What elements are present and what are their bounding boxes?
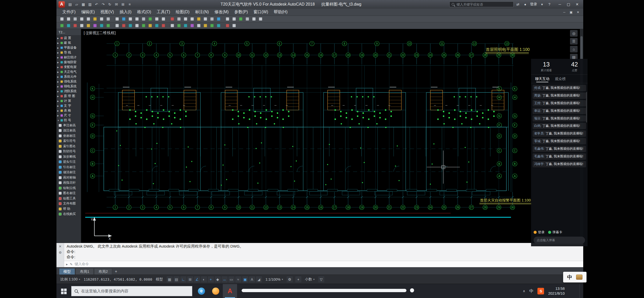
toolbar-icon[interactable] [141,23,147,28]
cad-canvas[interactable]: 1234567891011121312345678910111213141516… [81,29,583,243]
palette-group-item[interactable]: ▶ 导 线 [56,50,81,55]
toolbar-icon[interactable] [160,16,166,22]
nav-tool-icon[interactable]: ◎ [570,30,578,37]
toolbar-icon[interactable] [99,23,105,28]
chat-tab[interactable]: 观众榜 [555,75,566,83]
status-toggle-icon[interactable]: ↔ [222,276,228,282]
palette-group-item[interactable]: ▶ 系统元件 [56,74,81,79]
toolbar-icon[interactable] [147,23,153,28]
menu-item[interactable]: 修改(M) [212,9,231,16]
add-icon[interactable]: + [295,276,301,282]
palette-group-item[interactable]: ▶ 建 筑 [56,40,81,45]
taskbar-search-input[interactable] [81,289,189,294]
toolbar-icon[interactable] [66,16,71,22]
status-toggle-icon[interactable]: ⊞ [187,276,193,282]
palette-group-item[interactable]: ▶ 尺 寸 [56,113,81,118]
help-search-input[interactable] [456,2,511,7]
taskbar-app-orange[interactable] [209,284,223,298]
menu-item[interactable]: 编辑(E) [78,9,97,16]
toolbar-icon[interactable] [258,16,264,22]
toolbar-icon[interactable] [189,23,195,28]
precision-dropdown[interactable]: 小数 ▾ [304,276,316,283]
toolbar-icon[interactable] [66,23,71,28]
toolbar-icon[interactable] [99,16,105,22]
toolbar-icon[interactable] [79,16,85,22]
ime-mode-indicator[interactable]: 中 [567,274,572,281]
palette-tool-item[interactable]: 引出标注 [56,165,81,170]
qat-icon[interactable]: ≡ [127,2,133,7]
palette-tool-item[interactable]: 图名标注 [56,191,81,196]
palette-tool-item[interactable]: 做法标注 [56,170,81,175]
start-button[interactable] [56,284,71,298]
palette-tool-item[interactable]: 画对称轴 [56,175,81,180]
palette-group-item[interactable]: ▶ 消防系统 [56,89,81,94]
chat-tab[interactable]: 聊天互动 [535,75,549,83]
palette-tool-item[interactable]: 索引图名 [56,144,81,149]
close-button[interactable]: ✕ [573,1,581,7]
toolbar-icon[interactable] [72,23,78,28]
toolbar-icon[interactable] [59,16,65,22]
palette-group-item[interactable]: ▶ 设 置 [56,36,81,40]
toolbar-icon[interactable] [134,23,140,28]
status-toggle-icon[interactable]: ▣ [242,276,248,282]
palette-group-item[interactable]: ▼ 符 号 [56,118,81,123]
toolbar-icon[interactable] [202,16,208,22]
toolbar-icon[interactable] [231,23,237,28]
toolbar-icon[interactable] [169,16,175,22]
doc-minimize-button[interactable]: ─ [561,10,567,15]
toolbar-icon[interactable] [225,16,230,22]
toolbar-icon[interactable] [127,23,133,28]
menu-item[interactable]: 文件(F) [60,9,78,16]
qat-icon[interactable]: ▤ [67,2,73,7]
toolbar-icon[interactable] [134,16,140,22]
status-toggle-icon[interactable]: ◢ [256,276,262,282]
palette-tool-item[interactable]: 帮 助 [56,206,81,212]
toolbar-icon[interactable] [216,23,222,28]
palette-tool-item[interactable]: 绘图工具 [56,196,81,201]
chat-input[interactable]: 点击输入弹幕 [534,237,585,244]
toolbar-icon[interactable] [121,16,127,22]
video-progress-bar[interactable] [242,289,406,292]
toolbar-icon[interactable] [92,23,98,28]
status-toggle-icon[interactable]: ∟ [180,276,186,282]
help-icon[interactable]: ? [546,2,552,6]
viewport-controls-label[interactable]: [-][俯视][二维线框] [84,31,116,35]
toolbar-icon[interactable] [209,16,215,22]
palette-tool-item[interactable]: 箭头引注 [56,159,81,165]
palette-tool-item[interactable]: 索引符号 [56,139,81,144]
qat-icon[interactable]: ↶ [94,2,99,7]
toolbar-icon[interactable] [114,16,120,22]
scale-dropdown[interactable]: 比例 1:100 ▾ [60,276,81,283]
clock[interactable]: 13:58 2021/8/10 [548,286,565,296]
ime-floating-bar[interactable]: 中 [563,272,587,282]
doc-restore-button[interactable]: ▣ [568,10,574,15]
tray-expand-icon[interactable]: ∧ [523,289,525,293]
minimize-button[interactable]: ─ [556,1,564,7]
palette-tool-item[interactable]: 画指北针 [56,180,81,186]
palette-tool-item[interactable]: 文件布图 [56,201,81,207]
annotation-scale-dropdown[interactable]: 1:1/100% ▾ [265,276,284,283]
dropdown-caret-icon[interactable]: ▾ [539,2,545,6]
toolbar-icon[interactable] [251,16,257,22]
palette-group-item[interactable]: ▶ 文 字 [56,103,81,108]
status-toggle-icon[interactable]: ▦ [167,276,173,282]
menu-item[interactable]: 插入(I) [117,9,134,16]
palette-group-item[interactable]: ▶ 变配电室 [56,65,81,70]
menu-item[interactable]: 格式(O) [134,9,154,16]
qat-icon[interactable]: ▦ [80,2,86,7]
palette-group-item[interactable]: ▶ 平面设备 [56,45,81,50]
palette-group-item[interactable]: ▶ 天正电气 [56,70,81,74]
login-button[interactable]: 登录 [534,230,545,235]
menu-item[interactable]: 视图(V) [98,9,117,16]
menu-item[interactable]: 绘图(D) [173,9,192,16]
menu-item[interactable]: 工具(T) [154,9,173,16]
maximize-button[interactable]: ▢ [564,1,573,7]
palette-tool-item[interactable]: 单注标高 [56,123,81,128]
menu-item[interactable]: 标注(N) [192,9,212,16]
palette-header[interactable]: T2... [56,29,81,35]
nav-tool-icon[interactable]: ☰ [570,38,578,45]
toolbar-icon[interactable] [160,23,166,28]
doc-close-button[interactable]: ✕ [575,10,581,15]
toolbar-icon[interactable] [202,23,208,28]
autocad-logo-icon[interactable]: A [58,1,65,8]
